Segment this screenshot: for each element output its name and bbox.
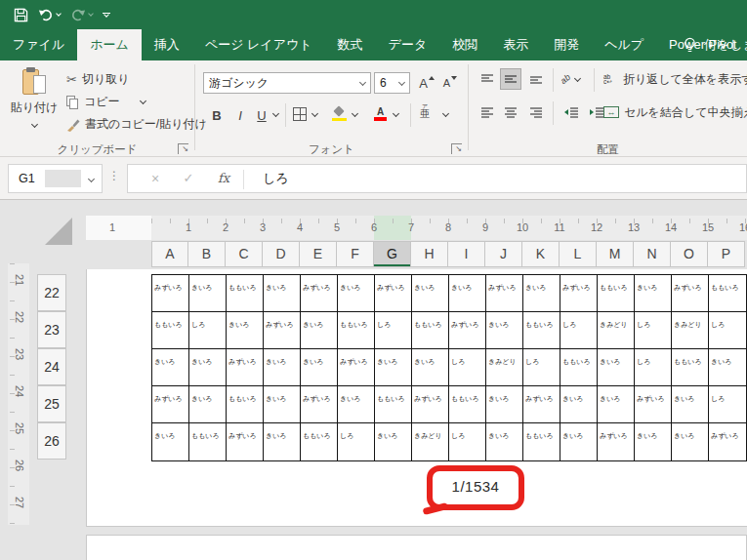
grid-cell[interactable]: きいろ [412,275,449,312]
grid-cell[interactable]: しろ [449,423,486,460]
fill-color-button[interactable] [332,106,347,121]
column-header-k[interactable]: K [522,241,560,267]
grid-cell[interactable]: きいろ [486,386,523,423]
row-header-26[interactable]: 26 [37,422,66,460]
grid-cell[interactable]: しろ [449,349,486,386]
grid-cell[interactable]: きいろ [264,423,301,460]
font-color-button[interactable]: A [373,106,388,121]
wrap-text-button[interactable]: abc↩ 折り返して全体を表示する [603,68,747,90]
grid-cell[interactable]: ももいろ [227,275,264,312]
grid-cell[interactable]: ももいろ [560,349,598,386]
grid-cell[interactable]: きいろ [375,423,412,460]
grid-cell[interactable]: みずいろ [152,386,189,423]
grid-cell[interactable]: みずいろ [598,423,635,460]
tab-page-layout[interactable]: ページ レイアウト [192,29,325,60]
grid-cell[interactable]: きいろ [560,386,598,423]
tab-developer[interactable]: 開発 [541,29,592,60]
grid-cell[interactable]: しろ [635,312,672,349]
cancel-entry-button[interactable]: × [142,165,169,192]
grid-cell[interactable]: みずいろ [449,312,486,349]
column-header-g[interactable]: G [374,241,411,267]
grid-cell[interactable]: ももいろ [301,423,338,460]
grid-cell[interactable]: みずいろ [152,275,189,312]
grid-cell[interactable]: きいろ [264,386,301,423]
decrease-font-size-button[interactable]: A [439,72,461,94]
align-bottom-button[interactable] [525,68,547,90]
clipboard-dialog-launcher[interactable]: ↘ [178,143,188,154]
grid-cell[interactable]: きみどり [598,312,635,349]
column-header-i[interactable]: I [448,241,485,267]
grid-cell[interactable]: みずいろ [672,275,709,312]
font-size-combo[interactable]: 6 [374,72,410,94]
align-center-button[interactable] [500,101,521,123]
grid-cell[interactable]: きみどり [486,349,523,386]
grid-cell[interactable]: きいろ [189,275,227,312]
grid-cell[interactable]: みずいろ [375,275,412,312]
grid-cell[interactable]: きいろ [338,386,375,423]
grid-cell[interactable]: みずいろ [301,275,338,312]
name-box[interactable]: G1 [8,164,103,193]
grid-cell[interactable]: きいろ [227,312,264,349]
grid-cell[interactable]: ももいろ [672,349,709,386]
grid-cell[interactable]: きいろ [598,386,635,423]
column-header-n[interactable]: N [634,241,671,267]
grid-cell[interactable]: ももいろ [523,312,560,349]
grid-cell[interactable]: きいろ [152,423,189,460]
column-header-h[interactable]: H [411,241,448,267]
insert-function-button[interactable]: fx [210,165,237,192]
grid-cell[interactable]: きいろ [189,386,227,423]
column-header-o[interactable]: O [671,241,708,267]
grid-cell[interactable]: ももいろ [227,386,264,423]
confirm-entry-button[interactable]: ✓ [175,165,202,192]
grid-cell[interactable]: ももいろ [189,423,227,460]
grid-cell[interactable]: みずいろ [523,386,560,423]
column-header-f[interactable]: F [337,241,374,267]
decrease-indent-button[interactable] [560,101,582,123]
borders-button[interactable] [293,107,307,121]
grid-cell[interactable]: ももいろ [523,423,560,460]
grid-cell[interactable]: みずいろ [635,386,672,423]
column-header-p[interactable]: P [708,241,745,267]
align-middle-button[interactable] [500,68,521,90]
font-name-combo[interactable]: 游ゴシック [203,72,371,94]
customize-quick-access-button[interactable] [103,13,110,17]
grid-cell[interactable]: きいろ [672,386,709,423]
grid-cell[interactable]: きいろ [486,312,523,349]
grid-cell[interactable]: きいろ [635,423,672,460]
grid-cell[interactable]: ももいろ [152,312,189,349]
grid-cell[interactable]: きいろ [189,349,227,386]
copy-button[interactable]: コピー [66,92,145,112]
align-left-button[interactable] [477,101,498,123]
grid-cell[interactable]: きいろ [635,275,672,312]
row-header-22[interactable]: 22 [37,274,66,311]
grid-cell[interactable]: みずいろ [264,312,301,349]
undo-button[interactable] [38,8,61,21]
paste-button[interactable]: 貼り付け [8,65,61,141]
save-button[interactable] [14,8,28,22]
grid-cell[interactable]: ももいろ [598,275,635,312]
tab-home[interactable]: ホーム [77,29,142,60]
tell-me-search[interactable]: 何をしま [684,29,747,60]
merge-center-button[interactable]: ↔ セルを結合して中央揃え [603,101,747,123]
grid-cell[interactable]: きいろ [412,349,449,386]
grid-cell[interactable]: しろ [375,312,412,349]
grid-cell[interactable]: しろ [189,312,227,349]
column-header-e[interactable]: E [300,241,337,267]
grid-cell[interactable]: みずいろ [560,275,598,312]
column-header-d[interactable]: D [263,241,300,267]
tab-file[interactable]: ファイル [0,29,77,60]
row-header-25[interactable]: 25 [37,385,66,422]
formula-bar-handle[interactable]: ⋮ [108,169,120,182]
italic-button[interactable]: I [230,103,250,127]
tab-view[interactable]: 表示 [490,29,541,60]
column-header-c[interactable]: C [226,241,263,267]
column-header-a[interactable]: A [151,241,188,267]
grid-cell[interactable]: しろ [635,349,672,386]
column-header-b[interactable]: B [188,241,226,267]
phonetic-guide-button[interactable]: ア亜 [420,104,430,119]
formula-input-area[interactable]: × ✓ fx しろ [127,164,747,193]
row-header-24[interactable]: 24 [37,348,66,385]
grid-cell[interactable]: みずいろ [412,386,449,423]
tab-review[interactable]: 校閲 [439,29,490,60]
grid-cell[interactable]: みずいろ [709,423,746,460]
